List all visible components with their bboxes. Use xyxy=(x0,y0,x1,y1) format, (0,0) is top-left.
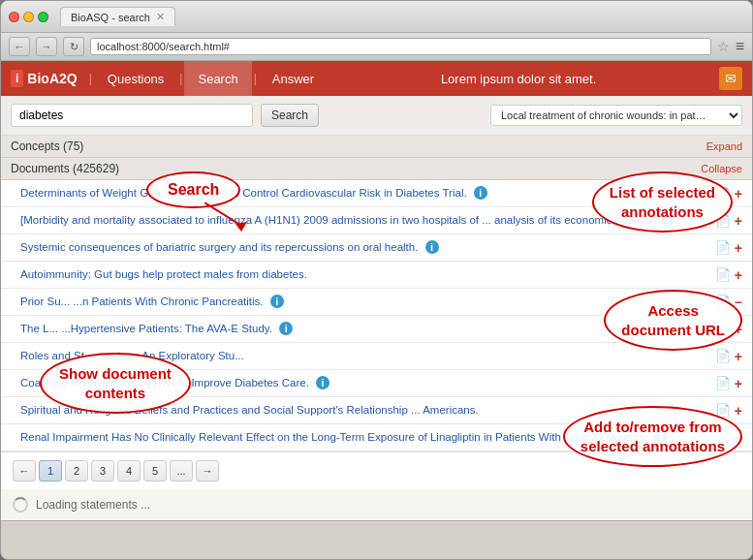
info-icon[interactable]: i xyxy=(474,186,487,200)
pagination: ← 1 2 3 4 5 ... → xyxy=(1,451,752,489)
concepts-title: Concepts (75) xyxy=(11,140,706,153)
table-row: Autoimmunity: Gut bugs help protect male… xyxy=(1,262,752,289)
doc-link[interactable]: Determinants of Weight Gain in the Actio… xyxy=(20,187,467,199)
info-icon[interactable]: i xyxy=(654,430,668,444)
window-controls xyxy=(9,12,48,22)
doc-title: Systemic consequences of bariatric surge… xyxy=(20,240,707,255)
doc-link[interactable]: Systemic consequences of bariatric surge… xyxy=(20,241,418,253)
doc-link[interactable]: Coaching of Physicians by RNs to Improve… xyxy=(20,377,309,389)
add-remove-icon[interactable]: + xyxy=(735,267,742,283)
header-right: ✉ xyxy=(709,67,752,90)
page-4-button[interactable]: 4 xyxy=(117,460,141,482)
browser-tab[interactable]: BioASQ - search ✕ xyxy=(60,7,175,26)
doc-actions: 📄 + xyxy=(715,403,742,419)
add-remove-icon[interactable]: + xyxy=(735,186,742,202)
doc-title: [Morbidity and mortality associated to i… xyxy=(20,213,707,228)
doc-link[interactable]: Roles and St... ...actors: An Explorator… xyxy=(20,350,244,361)
document-icon[interactable]: 📄 xyxy=(715,322,731,336)
page-3-button[interactable]: 3 xyxy=(91,460,114,482)
document-icon[interactable]: 📄 xyxy=(715,376,731,390)
info-icon[interactable]: i xyxy=(279,322,293,335)
close-button[interactable] xyxy=(9,12,19,22)
doc-link[interactable]: Autoimmunity: Gut bugs help protect male… xyxy=(20,268,307,280)
document-icon[interactable]: 📄 xyxy=(715,186,731,201)
document-icon[interactable]: 📄 xyxy=(715,213,731,228)
search-button[interactable]: Search xyxy=(261,104,319,127)
document-icon[interactable]: 📄 xyxy=(715,430,731,445)
header-nav: | Questions | Search | Answer xyxy=(87,61,328,96)
table-row: Spiritual and Religious Beliefs and Prac… xyxy=(1,397,752,424)
minimize-button[interactable] xyxy=(23,12,34,22)
doc-title: Coaching of Physicians by RNs to Improve… xyxy=(20,376,707,390)
expand-button[interactable]: Expand xyxy=(706,140,742,152)
page-1-button[interactable]: 1 xyxy=(39,460,62,482)
document-icon[interactable]: 📄 xyxy=(715,403,731,418)
add-remove-icon[interactable]: + xyxy=(735,240,742,256)
add-remove-icon[interactable]: + xyxy=(735,349,742,364)
doc-actions: 📄 + xyxy=(715,349,742,364)
refresh-button[interactable]: ↻ xyxy=(63,37,84,56)
document-icon[interactable]: 📄 xyxy=(715,349,731,363)
nav-questions[interactable]: Questions xyxy=(94,61,178,96)
info-icon[interactable]: i xyxy=(661,213,675,227)
page-2-button[interactable]: 2 xyxy=(65,460,88,482)
doc-title: Prior Su... ...n Patients With Chronic P… xyxy=(20,295,707,309)
page-5-button[interactable]: 5 xyxy=(143,460,167,482)
concepts-header: Concepts (75) Expand xyxy=(1,136,752,158)
doc-title: Autoimmunity: Gut bugs help protect male… xyxy=(20,267,707,282)
loading-text: Loading statements ... xyxy=(36,498,150,512)
documents-list: Determinants of Weight Gain in the Actio… xyxy=(1,180,752,451)
document-icon[interactable]: 📄 xyxy=(715,267,731,282)
add-remove-icon[interactable]: + xyxy=(735,430,742,446)
info-icon[interactable]: i xyxy=(270,295,284,308)
document-icon[interactable]: 📄 xyxy=(715,295,731,309)
add-remove-icon[interactable]: + xyxy=(735,376,742,391)
notification-icon[interactable]: ✉ xyxy=(719,67,742,90)
add-remove-icon[interactable]: + xyxy=(735,403,742,419)
address-bar[interactable] xyxy=(90,38,711,55)
documents-header: Documents (425629) Collapse xyxy=(1,158,752,180)
doc-actions: 📄 + xyxy=(715,322,742,337)
add-remove-icon[interactable]: + xyxy=(735,213,742,229)
doc-title: Renal Impairment Has No Clinically Relev… xyxy=(20,430,707,445)
add-remove-icon[interactable]: + xyxy=(735,322,742,337)
doc-link[interactable]: The L... ...Hypertensive Patients: The A… xyxy=(20,323,272,334)
table-row: Coaching of Physicians by RNs to Improve… xyxy=(1,370,752,397)
doc-actions: 📄 + xyxy=(715,213,742,229)
logo-text: BioA2Q xyxy=(27,71,77,86)
back-button[interactable]: ← xyxy=(9,37,30,56)
doc-actions: 📄 + xyxy=(715,267,742,283)
search-input[interactable] xyxy=(11,104,253,127)
info-icon[interactable]: i xyxy=(425,240,439,254)
document-icon[interactable]: 📄 xyxy=(715,240,731,255)
nav-answer[interactable]: Answer xyxy=(259,61,328,96)
nav-divider-1: | xyxy=(87,72,94,85)
main-content: Search Local treatment of chronic wounds… xyxy=(1,96,752,520)
doc-link[interactable]: Renal Impairment Has No Clinically Relev… xyxy=(20,431,647,443)
doc-title: Spiritual and Religious Beliefs and Prac… xyxy=(20,403,707,418)
documents-title: Documents (425629) xyxy=(11,162,701,175)
page-next-button[interactable]: → xyxy=(196,460,219,482)
table-row: Systemic consequences of bariatric surge… xyxy=(1,234,752,262)
page-ellipsis-button[interactable]: ... xyxy=(170,460,193,482)
loading-row: Loading statements ... xyxy=(1,489,752,520)
collapse-button[interactable]: Collapse xyxy=(701,163,742,174)
page-prev-button[interactable]: ← xyxy=(13,460,36,482)
menu-icon[interactable]: ≡ xyxy=(736,38,744,55)
table-row: [Morbidity and mortality associated to i… xyxy=(1,207,752,234)
tab-close-icon[interactable]: ✕ xyxy=(156,11,165,23)
maximize-button[interactable] xyxy=(38,12,48,22)
doc-link[interactable]: Spiritual and Religious Beliefs and Prac… xyxy=(20,404,479,416)
annotation-select[interactable]: Local treatment of chronic wounds: in pa… xyxy=(490,105,742,126)
doc-title: Roles and St... ...actors: An Explorator… xyxy=(20,349,707,363)
bookmark-icon[interactable]: ☆ xyxy=(717,39,730,54)
info-icon[interactable]: i xyxy=(316,376,329,389)
table-row: Determinants of Weight Gain in the Actio… xyxy=(1,180,752,207)
forward-button[interactable]: → xyxy=(36,37,57,56)
doc-link[interactable]: [Morbidity and mortality associated to i… xyxy=(20,214,654,226)
add-remove-icon[interactable]: − xyxy=(735,295,742,310)
nav-search[interactable]: Search xyxy=(184,61,251,96)
doc-link[interactable]: Prior Su... ...n Patients With Chronic P… xyxy=(20,296,264,307)
table-row: Renal Impairment Has No Clinically Relev… xyxy=(1,424,752,451)
table-row: Roles and St... ...actors: An Explorator… xyxy=(1,343,752,370)
